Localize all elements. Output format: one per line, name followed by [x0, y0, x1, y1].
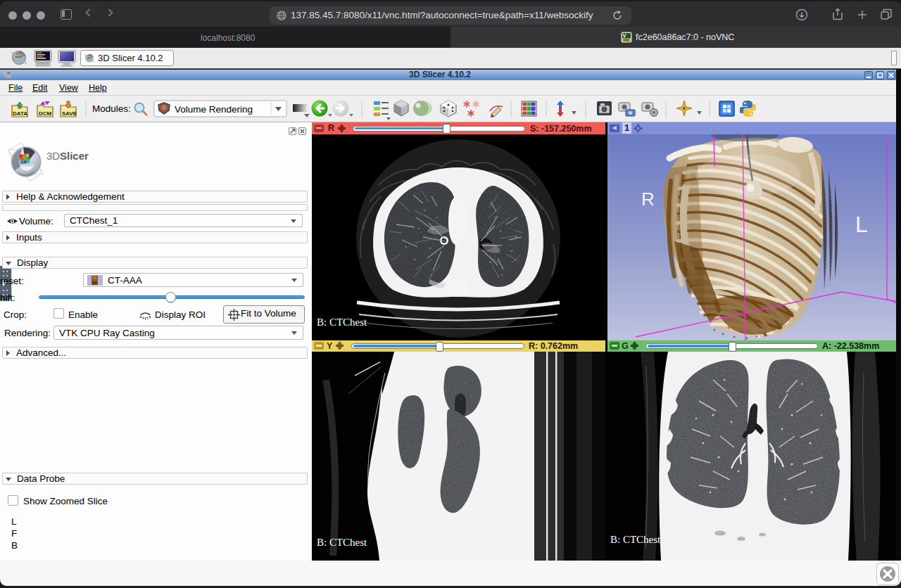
svg-text:VNC: VNC: [623, 39, 630, 42]
svg-text:Modules:: Modules:: [92, 103, 131, 114]
svg-text:L: L: [855, 212, 868, 237]
svg-text:Slicer: Slicer: [60, 150, 89, 162]
svg-text:DCM: DCM: [39, 110, 52, 117]
svg-text:Volume Rendering: Volume Rendering: [175, 104, 253, 115]
svg-text:DATA: DATA: [13, 110, 27, 117]
svg-text:SAVE: SAVE: [62, 110, 77, 117]
svg-text:R: R: [641, 188, 655, 210]
svg-text:3D: 3D: [46, 150, 60, 162]
